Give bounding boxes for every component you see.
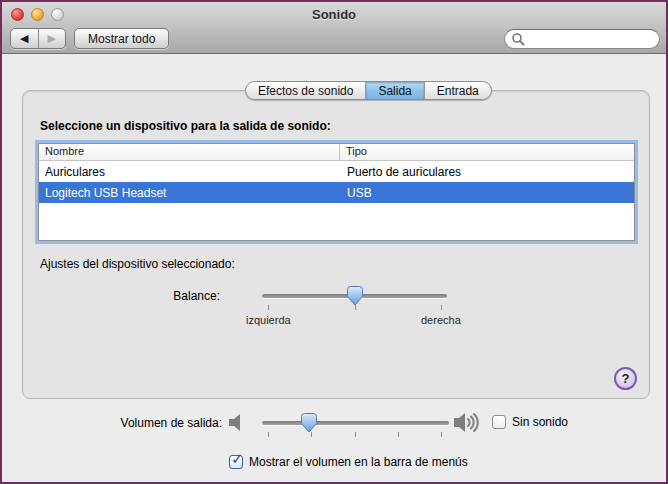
mute-label: Sin sonido — [512, 415, 568, 429]
back-button[interactable]: ◀ — [11, 29, 39, 48]
volume-slider-track[interactable] — [262, 421, 449, 425]
mute-option: Sin sonido — [492, 415, 568, 429]
menubar-volume-checkbox[interactable]: ✓ — [229, 455, 243, 469]
forward-icon: ▶ — [48, 32, 56, 45]
device-name: Logitech USB Headset — [39, 186, 340, 200]
table-row[interactable]: Auriculares Puerto de auriculares — [39, 161, 634, 182]
balance-slider-thumb[interactable] — [347, 286, 363, 306]
sound-preferences-window: Sonido ◀ ▶ Mostrar todo Efectos de sonid… — [0, 0, 668, 484]
volume-slider-thumb[interactable] — [301, 413, 317, 433]
column-header-name[interactable]: Nombre — [39, 144, 340, 160]
device-type: USB — [340, 186, 634, 200]
tab-label: Entrada — [437, 84, 479, 98]
table-header: Nombre Tipo — [39, 144, 634, 161]
mute-checkbox[interactable] — [492, 415, 506, 429]
balance-right-caption: derecha — [421, 314, 461, 326]
output-device-heading: Seleccione un dispositivo para la salida… — [40, 119, 331, 133]
tab-content-pane — [22, 90, 650, 399]
tab-output[interactable]: Salida — [366, 82, 424, 99]
speaker-loud-icon — [454, 412, 484, 433]
show-all-button[interactable]: Mostrar todo — [74, 28, 169, 49]
tab-label: Efectos de sonido — [258, 84, 353, 98]
title-bar: Sonido ◀ ▶ Mostrar todo — [2, 2, 666, 54]
search-input[interactable] — [525, 33, 645, 45]
tab-bar: Efectos de sonido Salida Entrada — [245, 81, 492, 100]
speaker-quiet-icon — [228, 414, 246, 431]
window-title: Sonido — [2, 7, 666, 22]
forward-button[interactable]: ▶ — [39, 29, 66, 48]
menubar-volume-label: Mostrar el volumen en la barra de menús — [249, 455, 468, 469]
volume-ticks — [268, 432, 442, 437]
column-header-type[interactable]: Tipo — [340, 144, 634, 160]
search-field[interactable] — [504, 29, 660, 49]
balance-left-caption: izquierda — [246, 314, 291, 326]
search-icon — [511, 32, 525, 46]
tab-input[interactable]: Entrada — [425, 82, 491, 99]
help-glyph: ? — [622, 371, 630, 386]
table-row-selected[interactable]: Logitech USB Headset USB — [39, 182, 634, 203]
tab-label: Salida — [378, 84, 411, 98]
output-device-table: Nombre Tipo Auriculares Puerto de auricu… — [38, 143, 635, 241]
device-name: Auriculares — [39, 165, 340, 179]
help-button[interactable]: ? — [614, 367, 637, 390]
tab-sound-effects[interactable]: Efectos de sonido — [246, 82, 366, 99]
back-icon: ◀ — [20, 32, 28, 45]
checkmark-icon: ✓ — [231, 450, 244, 468]
show-all-label: Mostrar todo — [88, 32, 155, 46]
device-settings-heading: Ajustes del dispositivo seleccionado: — [40, 257, 235, 271]
balance-slider-track[interactable] — [262, 294, 447, 298]
output-volume-label: Volumen de salida: — [62, 416, 222, 430]
history-nav: ◀ ▶ — [10, 28, 66, 49]
menubar-volume-option: ✓ Mostrar el volumen en la barra de menú… — [229, 455, 468, 469]
balance-ticks — [268, 305, 442, 310]
device-type: Puerto de auriculares — [340, 165, 634, 179]
balance-label: Balance: — [62, 289, 220, 303]
